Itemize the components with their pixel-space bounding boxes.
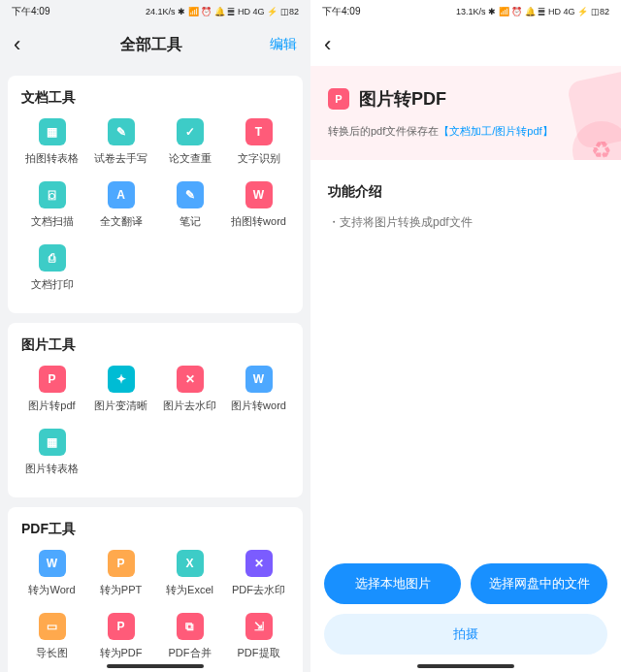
tool-item[interactable]: W转为Word <box>17 550 86 597</box>
tool-item[interactable]: ▭导长图 <box>17 613 86 660</box>
intro-item: ・支持将图片转换成pdf文件 <box>328 214 604 231</box>
tool-item[interactable]: A全文翻译 <box>86 181 155 229</box>
tool-icon: W <box>245 366 273 393</box>
tool-icon: ▭ <box>39 613 66 640</box>
tool-grid: W转为WordP转为PPTX转为Excel✕PDF去水印▭导长图P转为PDF⧉P… <box>17 550 293 672</box>
intro-title: 功能介绍 <box>328 183 604 201</box>
tool-label: 图片转word <box>231 399 286 413</box>
pdf-icon: P <box>328 88 349 110</box>
status-icons: ✱ 📶 ⏰ 🔔 ䷀ HD 4G ⚡ <box>178 7 278 16</box>
home-indicator[interactable] <box>107 664 204 668</box>
tool-item[interactable]: W图片转word <box>224 366 293 413</box>
tool-icon: P <box>108 550 135 577</box>
nav-bar: ‹ <box>310 23 621 66</box>
home-indicator[interactable] <box>417 664 514 668</box>
tool-label: 文档打印 <box>31 277 74 292</box>
tool-item[interactable]: ⌼文档扫描 <box>17 181 86 229</box>
intro-section: 功能介绍 ・支持将图片转换成pdf文件 <box>310 160 621 254</box>
tool-item[interactable]: ✕图片去水印 <box>155 366 224 413</box>
tool-item[interactable]: ▦拍图转表格 <box>17 118 86 166</box>
tool-section: 图片工具P图片转pdf✦图片变清晰✕图片去水印W图片转word▦图片转表格 <box>8 323 303 497</box>
edit-button[interactable]: 编辑 <box>270 36 297 53</box>
tool-icon: X <box>177 550 204 577</box>
tool-icon: ✕ <box>245 550 273 577</box>
tool-item[interactable]: P转为PPT <box>86 550 155 597</box>
tool-icon: ▦ <box>39 429 66 456</box>
tool-icon: ✓ <box>177 118 204 145</box>
status-battery: ◫82 <box>280 7 299 16</box>
back-icon[interactable]: ‹ <box>324 34 343 55</box>
tool-item[interactable]: ▦图片转表格 <box>17 429 86 476</box>
bottom-action-bar: 选择本地图片 选择网盘中的文件 拍摄 <box>310 563 621 655</box>
shoot-button[interactable]: 拍摄 <box>324 614 607 655</box>
tool-label: 笔记 <box>180 214 201 229</box>
tool-item[interactable]: ✎试卷去手写 <box>86 118 155 166</box>
hero-title: 图片转PDF <box>359 87 446 111</box>
status-battery: ◫82 <box>591 7 609 16</box>
tools-scroll[interactable]: 文档工具▦拍图转表格✎试卷去手写✓论文查重T文字识别⌼文档扫描A全文翻译✎笔记W… <box>0 66 310 672</box>
hero-path-link[interactable]: 【文档加工/图片转pdf】 <box>439 125 552 137</box>
tool-item[interactable]: ⎙文档打印 <box>17 244 86 292</box>
tool-label: 试卷去手写 <box>94 151 147 166</box>
tool-grid: ▦拍图转表格✎试卷去手写✓论文查重T文字识别⌼文档扫描A全文翻译✎笔记W拍图转w… <box>17 118 293 307</box>
tool-label: PDF提取 <box>238 646 280 660</box>
tool-icon: ✎ <box>108 118 135 145</box>
tool-label: 文档扫描 <box>31 214 74 229</box>
phone-left-all-tools: 下午4:09 24.1K/s ✱ 📶 ⏰ 🔔 ䷀ HD 4G ⚡ ◫82 ‹ 全… <box>0 0 310 672</box>
tool-item[interactable]: P图片转pdf <box>17 366 86 413</box>
tool-label: 转为PDF <box>100 646 143 660</box>
tool-icon: ✎ <box>177 181 204 208</box>
tool-icon: ⧉ <box>177 613 204 640</box>
tool-icon: ⎙ <box>39 244 66 272</box>
select-local-image-button[interactable]: 选择本地图片 <box>324 563 461 604</box>
tool-item[interactable]: ✕PDF去水印 <box>224 550 293 597</box>
tool-label: 论文查重 <box>169 151 212 166</box>
tool-item[interactable]: ⇲PDF提取 <box>224 613 293 660</box>
status-right: 24.1K/s ✱ 📶 ⏰ 🔔 ䷀ HD 4G ⚡ ◫82 <box>146 7 299 16</box>
tool-item[interactable]: ⧉PDF合并 <box>155 613 224 660</box>
section-title: 文档工具 <box>17 89 293 107</box>
tool-icon: ✕ <box>177 366 204 393</box>
tool-icon: ⌼ <box>39 181 66 208</box>
tool-icon: T <box>245 118 273 145</box>
section-title: PDF工具 <box>17 521 293 538</box>
status-bar: 下午4:09 13.1K/s ✱ 📶 ⏰ 🔔 ䷀ HD 4G ⚡ ◫82 <box>310 0 621 23</box>
tool-item[interactable]: ✎笔记 <box>155 181 224 229</box>
tool-label: PDF去水印 <box>232 583 285 597</box>
tool-item[interactable]: W拍图转word <box>224 181 293 229</box>
tool-label: 图片转pdf <box>28 399 75 413</box>
tool-icon: ▦ <box>39 118 66 145</box>
tool-label: 拍图转表格 <box>25 151 79 166</box>
tool-icon: P <box>108 613 135 640</box>
tool-item[interactable]: ✓论文查重 <box>155 118 224 166</box>
section-title: 图片工具 <box>17 336 293 354</box>
tool-label: 图片去水印 <box>163 399 216 413</box>
tool-item[interactable]: ✦图片变清晰 <box>86 366 155 413</box>
tool-label: 转为Word <box>28 583 75 597</box>
status-net-speed: 24.1K/s <box>146 7 176 16</box>
tool-label: 拍图转word <box>231 214 286 229</box>
tool-label: 图片变清晰 <box>94 399 147 413</box>
tool-section: PDF工具W转为WordP转为PPTX转为Excel✕PDF去水印▭导长图P转为… <box>8 507 303 672</box>
tool-item[interactable]: X转为Excel <box>155 550 224 597</box>
tool-label: PDF合并 <box>169 646 212 660</box>
tool-section: 文档工具▦拍图转表格✎试卷去手写✓论文查重T文字识别⌼文档扫描A全文翻译✎笔记W… <box>8 76 303 313</box>
tool-icon: W <box>39 550 66 577</box>
status-right: 13.1K/s ✱ 📶 ⏰ 🔔 ䷀ HD 4G ⚡ ◫82 <box>456 7 609 16</box>
phone-right-image-to-pdf: 下午4:09 13.1K/s ✱ 📶 ⏰ 🔔 ䷀ HD 4G ⚡ ◫82 ‹ ♻… <box>310 0 621 672</box>
select-cloud-file-button[interactable]: 选择网盘中的文件 <box>471 563 607 604</box>
status-icons: ✱ 📶 ⏰ 🔔 ䷀ HD 4G ⚡ <box>488 7 588 16</box>
page-title: 全部工具 <box>120 35 182 55</box>
status-bar: 下午4:09 24.1K/s ✱ 📶 ⏰ 🔔 ䷀ HD 4G ⚡ ◫82 <box>0 0 310 23</box>
tool-grid: P图片转pdf✦图片变清晰✕图片去水印W图片转word▦图片转表格 <box>17 366 293 492</box>
hero-banner: ♻ P 图片转PDF 转换后的pdf文件保存在【文档加工/图片转pdf】 <box>310 66 621 160</box>
tool-item[interactable]: T文字识别 <box>224 118 293 166</box>
tool-icon: P <box>39 366 66 393</box>
tool-item[interactable]: P转为PDF <box>86 613 155 660</box>
status-net-speed: 13.1K/s <box>456 7 486 16</box>
back-icon[interactable]: ‹ <box>14 34 33 55</box>
tool-label: 全文翻译 <box>100 214 143 229</box>
tool-label: 转为Excel <box>166 583 213 597</box>
tool-label: 导长图 <box>36 646 68 660</box>
tool-icon: ⇲ <box>245 613 273 640</box>
